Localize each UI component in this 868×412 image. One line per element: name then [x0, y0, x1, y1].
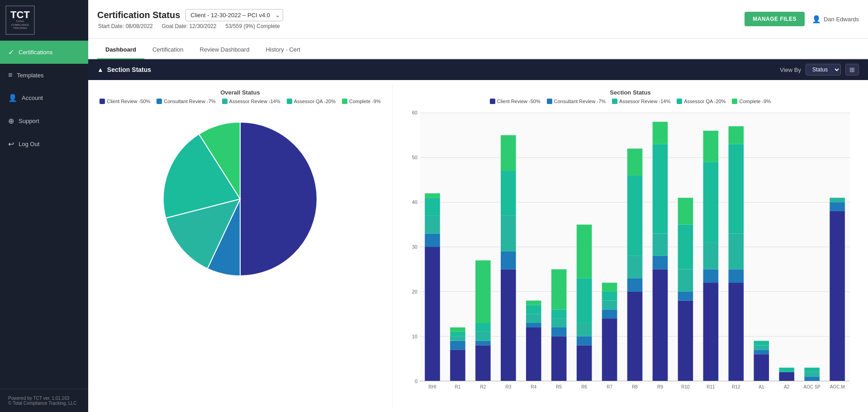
- svg-text:AOC SP: AOC SP: [803, 384, 821, 389]
- legend-color-consultant_review: [547, 99, 552, 104]
- collapse-icon[interactable]: ▲: [97, 66, 104, 73]
- bar-R12-complete: [728, 126, 744, 144]
- user-info: 👤 Dan Edwards: [812, 15, 859, 24]
- legend-label-complete: Complete -9%: [739, 99, 771, 104]
- bar-R12-assessor_review: [728, 233, 744, 269]
- copyright-text: © Total Compliance Tracking, LLC: [8, 401, 80, 406]
- bar-R2-complete: [475, 260, 491, 323]
- bar-R1-assessor_qa: [450, 332, 465, 336]
- pie-chart-title: Overall Status: [220, 89, 260, 96]
- bar-R7-assessor_qa: [602, 292, 617, 301]
- bar-R8-client_review: [627, 292, 643, 381]
- legend-color-consultant_review: [157, 99, 162, 104]
- section-status-title-row: ▲ Section Status: [97, 66, 151, 73]
- section-status-bar: ▲ Section Status View By Status Owner ⊞: [88, 59, 868, 80]
- bar-R10-assessor_qa: [678, 225, 693, 270]
- svg-text:R2: R2: [480, 384, 486, 389]
- bar-R10-assessor_review: [678, 269, 693, 291]
- bar-R2-assessor_qa: [475, 323, 491, 332]
- topbar-right: MANAGE FILES 👤 Dan Edwards: [745, 12, 859, 26]
- bar-R1-complete: [450, 327, 465, 332]
- tab-dashboard[interactable]: Dashboard: [97, 41, 144, 59]
- charts-area: Overall Status Client Review -50%Consult…: [88, 80, 868, 412]
- sidebar-item-logout[interactable]: ↩ Log Out: [0, 133, 88, 156]
- sidebar-item-support-label: Support: [19, 118, 39, 124]
- svg-text:10: 10: [412, 334, 417, 339]
- cert-title-row: Certification Status Client - 12-30-2022…: [97, 9, 283, 21]
- logo-acronym: TCT: [10, 10, 30, 20]
- sidebar: TCT TOTALCOMPLIANCETRACKING ✓ Certificat…: [0, 0, 88, 412]
- svg-text:R7: R7: [607, 384, 612, 389]
- svg-text:A1: A1: [759, 384, 764, 389]
- svg-text:30: 30: [412, 244, 417, 250]
- bar-RHI-client_review: [425, 247, 440, 381]
- page-title: Certification Status: [97, 10, 180, 20]
- cert-select[interactable]: Client - 12-30-2022 – PCI v4.0: [185, 9, 283, 21]
- version-text: Powered by TCT ver. 1.01.163: [8, 396, 80, 401]
- legend-label-assessor_review: Assessor Review -14%: [229, 99, 280, 104]
- start-date: Start Date: 08/08/2022: [98, 23, 153, 29]
- view-by-label: View By: [780, 66, 801, 73]
- legend-item-assessor_review: Assessor Review -14%: [222, 99, 280, 104]
- bar-R8-assessor_review: [627, 256, 643, 278]
- topbar: Certification Status Client - 12-30-2022…: [88, 0, 868, 38]
- sidebar-footer: Powered by TCT ver. 1.01.163 © Total Com…: [0, 389, 88, 412]
- tabbar: Dashboard Certification Review Dashboard…: [88, 38, 868, 59]
- sidebar-item-account[interactable]: 👤 Account: [0, 86, 88, 109]
- bar-R10-consultant_review: [678, 292, 693, 301]
- pie-slice-client_review: [240, 122, 317, 276]
- tab-review-dashboard[interactable]: Review Dashboard: [192, 41, 258, 59]
- tab-certification[interactable]: Certification: [144, 41, 192, 59]
- svg-text:R1: R1: [455, 384, 460, 389]
- bar-RHI-consultant_review: [425, 233, 440, 247]
- bar-chart-wrap: 0102030405060RHIR1R2R3R4R5R6R7R8R9R10R11…: [402, 108, 859, 404]
- sidebar-item-certifications[interactable]: ✓ Certifications: [0, 41, 88, 64]
- bar-R8-complete: [627, 149, 643, 175]
- sidebar-item-logout-label: Log Out: [19, 141, 39, 147]
- bar-AOC SP-assessor_review: [804, 372, 820, 377]
- progress-text: 53/559 (9%) Complete: [226, 23, 280, 29]
- bar-AOC SP-assessor_qa: [804, 368, 820, 372]
- bar-R5-client_review: [551, 336, 567, 381]
- legend-label-client_review: Client Review -50%: [497, 99, 541, 104]
- logo-area: TCT TOTALCOMPLIANCETRACKING: [0, 0, 88, 41]
- logo-full-name: TOTALCOMPLIANCETRACKING: [11, 20, 29, 30]
- bar-R3-consultant_review: [501, 251, 516, 270]
- svg-text:A2: A2: [784, 384, 790, 389]
- svg-text:R9: R9: [657, 384, 663, 389]
- svg-text:R8: R8: [632, 384, 638, 389]
- support-icon: ⊕: [8, 117, 14, 125]
- svg-text:R6: R6: [581, 384, 587, 389]
- svg-text:60: 60: [412, 110, 417, 115]
- bar-R11-assessor_qa: [703, 162, 719, 242]
- grid-view-button[interactable]: ⊞: [845, 64, 859, 76]
- sidebar-item-templates[interactable]: ≡ Templates: [0, 64, 88, 86]
- legend-color-complete: [342, 99, 347, 104]
- bar-R9-assessor_review: [653, 233, 668, 256]
- legend-label-assessor_review: Assessor Review -14%: [619, 99, 670, 104]
- manage-files-button[interactable]: MANAGE FILES: [745, 12, 805, 26]
- bar-R12-assessor_qa: [728, 144, 744, 234]
- bar-R2-consultant_review: [475, 341, 491, 346]
- account-icon: 👤: [8, 94, 17, 102]
- bar-R6-assessor_qa: [577, 278, 592, 323]
- bar-R1-consultant_review: [450, 341, 465, 350]
- legend-color-client_review: [490, 99, 495, 104]
- legend-color-complete: [732, 99, 737, 104]
- bar-R6-assessor_review: [577, 323, 592, 336]
- bar-R6-consultant_review: [577, 336, 592, 346]
- templates-icon: ≡: [8, 71, 12, 79]
- goal-date: Goal Date: 12/30/2022: [162, 23, 217, 29]
- bar-R8-assessor_qa: [627, 175, 643, 256]
- legend-color-assessor_qa: [677, 99, 682, 104]
- bar-RHI-assessor_qa: [425, 198, 440, 216]
- bar-R9-consultant_review: [653, 256, 668, 270]
- tab-history-cert[interactable]: History - Cert: [257, 41, 308, 59]
- sidebar-item-support[interactable]: ⊕ Support: [0, 109, 88, 133]
- svg-text:R11: R11: [707, 384, 715, 389]
- bar-R11-consultant_review: [703, 269, 719, 283]
- svg-text:50: 50: [412, 155, 417, 160]
- view-by-select[interactable]: Status Owner: [806, 64, 841, 76]
- svg-text:R3: R3: [505, 384, 511, 389]
- legend-item-consultant_review: Consultant Review -7%: [157, 99, 215, 104]
